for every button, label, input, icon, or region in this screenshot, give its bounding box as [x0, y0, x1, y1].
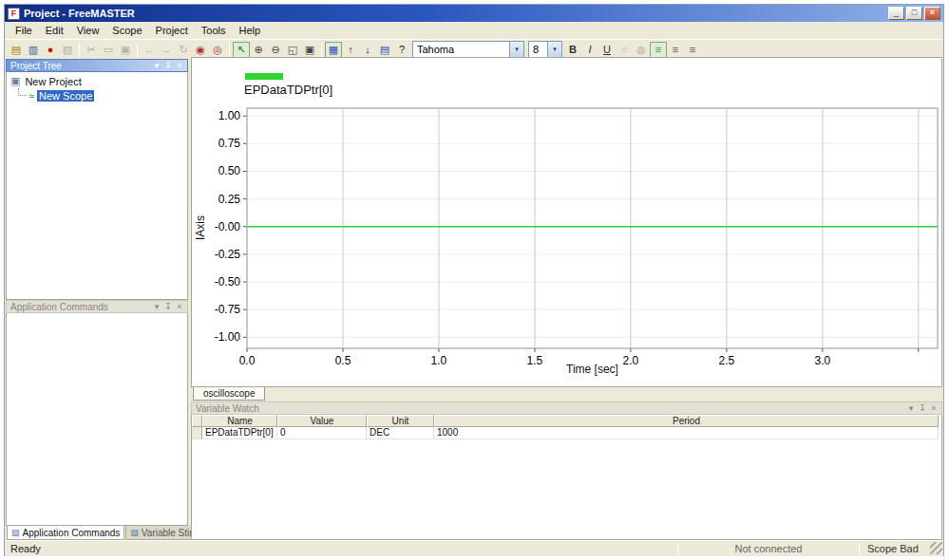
resize-grip[interactable] [930, 542, 942, 554]
back-icon: ← [141, 42, 158, 58]
tree-item-new-project[interactable]: ▣New Project [7, 74, 187, 88]
dock-tab-application-commands[interactable]: ▧Application Commands [7, 526, 124, 540]
svg-text:-0.50: -0.50 [215, 275, 241, 289]
bold-button[interactable]: B [564, 42, 581, 58]
tab-oscilloscope[interactable]: oscilloscope [193, 387, 265, 401]
maximize-button[interactable]: □ [906, 7, 922, 20]
svg-text:1.00: 1.00 [218, 109, 241, 122]
status-connection: Not connected [678, 543, 859, 554]
column-header-unit[interactable]: Unit [367, 415, 434, 427]
zoom-in-icon[interactable]: ⊕ [250, 42, 267, 58]
svg-text:0.75: 0.75 [218, 137, 241, 150]
menu-edit[interactable]: Edit [39, 23, 70, 38]
variable-watch-title: Variable Watch [196, 403, 905, 414]
zoom-fit-icon[interactable]: ◱ [284, 42, 301, 58]
chevron-down-icon[interactable]: ▾ [509, 42, 523, 57]
menu-help[interactable]: Help [233, 23, 268, 38]
scope-chart[interactable]: 1.000.750.500.25-0.00-0.25-0.50-0.75-1.0… [192, 58, 941, 386]
save-project-icon[interactable]: ▥ [25, 42, 42, 58]
tree-item-new-scope[interactable]: ≈New Scope [7, 88, 187, 103]
toolbar: ▤▥●▧✂▭▣←→↻◉◎↖⊕⊖◱▣▦↑↓▤?Tahoma▾8▾BIU○◍≡≡≡ [5, 39, 943, 59]
menu-scope[interactable]: Scope [105, 23, 148, 38]
close-icon[interactable]: × [928, 402, 940, 414]
cut-icon: ✂ [83, 42, 100, 58]
column-header-value[interactable]: Value [277, 415, 367, 427]
chevron-down-icon[interactable]: ▾ [905, 402, 917, 414]
menu-bar: FileEditViewScopeProjectToolsHelp [5, 22, 943, 39]
svg-text:-0.75: -0.75 [215, 303, 241, 316]
watch-cell-name[interactable]: EPDataTDPtr[0] [202, 427, 277, 439]
move-down-icon[interactable]: ↓ [359, 42, 376, 58]
menu-file[interactable]: File [9, 23, 39, 38]
close-icon[interactable]: × [174, 301, 185, 312]
pin-variables-icon[interactable]: ◎ [209, 42, 226, 58]
open-project-icon[interactable]: ▤ [8, 42, 25, 58]
move-up-icon[interactable]: ↑ [342, 42, 359, 58]
variable-watch-header[interactable]: Variable Watch ▾ ↧ × [191, 401, 942, 415]
left-dock-tabs: ▧Application Commands▧Variable Stimulus [6, 526, 188, 540]
watch-cell-value[interactable]: 0 [277, 427, 367, 439]
watch-cell-unit[interactable]: DEC [367, 427, 434, 439]
project-tree-header[interactable]: Project Tree ▾ ↧ × [6, 59, 188, 72]
font-combo[interactable]: Tahoma▾ [412, 41, 524, 58]
chart-title: EPDataTDPtr[0] [244, 83, 332, 97]
size-combo[interactable]: 8▾ [528, 41, 562, 58]
status-bar: Ready Not connected Scope Bad [5, 540, 943, 556]
project-tree: ▣New Project≈New Scope [6, 72, 188, 300]
toolbar-separator [229, 43, 230, 57]
column-header-name[interactable]: Name [202, 415, 277, 427]
underline-button[interactable]: U [598, 42, 616, 58]
legend-swatch [245, 73, 283, 80]
svg-text:0.25: 0.25 [218, 193, 241, 206]
size-combo-value: 8 [529, 44, 547, 55]
svg-text:-0.00: -0.00 [215, 220, 241, 233]
pin-icon[interactable]: ↧ [917, 402, 928, 414]
pin-icon[interactable]: ↧ [162, 301, 174, 312]
row-selector[interactable] [192, 427, 202, 439]
chevron-down-icon[interactable]: ▾ [151, 301, 162, 312]
context-help-icon[interactable]: ? [393, 42, 410, 58]
freemaster-window: F Project - FreeMASTER _ □ × FileEditVie… [4, 4, 944, 556]
dock-tab-label: Application Commands [23, 528, 121, 538]
scope-panel: 1.000.750.500.25-0.00-0.25-0.50-0.75-1.0… [191, 57, 942, 387]
pin-icon[interactable]: ↧ [162, 60, 174, 71]
properties-icon[interactable]: ▤ [376, 42, 393, 58]
options-icon: ▧ [59, 42, 76, 58]
variable-watch-table: NameValueUnitPeriodEPDataTDPtr[0]0DEC100… [192, 415, 941, 439]
menu-tools[interactable]: Tools [195, 23, 233, 38]
stop-communication-icon[interactable]: ● [42, 42, 59, 58]
row-selector-gutter [192, 415, 202, 427]
record-icon[interactable]: ◉ [192, 42, 209, 58]
application-commands-panel [6, 313, 188, 526]
column-header-period[interactable]: Period [434, 415, 939, 427]
chevron-down-icon[interactable]: ▾ [547, 42, 561, 57]
menu-view[interactable]: View [70, 23, 106, 38]
watch-row[interactable]: EPDataTDPtr[0]0DEC1000 [192, 427, 941, 439]
application-commands-title: Application Commands [10, 302, 151, 312]
close-button[interactable]: × [924, 7, 940, 20]
cursor-tool-icon[interactable]: ↖ [233, 42, 250, 58]
chevron-down-icon[interactable]: ▾ [151, 60, 162, 71]
watch-header-row: NameValueUnitPeriod [192, 415, 941, 427]
project-tree-title: Project Tree [10, 61, 151, 71]
refresh-icon: ↻ [175, 42, 192, 58]
svg-text:0.50: 0.50 [218, 164, 241, 177]
tree-item-label: New Project [23, 76, 83, 87]
application-commands-header[interactable]: Application Commands ▾ ↧ × [6, 300, 188, 313]
zoom-out-icon[interactable]: ⊖ [267, 42, 284, 58]
forward-icon: → [158, 42, 175, 58]
align-right-icon[interactable]: ≡ [684, 42, 701, 58]
toolbar-separator [321, 43, 322, 57]
watch-cell-period[interactable]: 1000 [434, 427, 939, 439]
grid-icon[interactable]: ▦ [325, 42, 342, 58]
window-title: Project - FreeMASTER [24, 8, 135, 19]
italic-button[interactable]: I [581, 42, 598, 58]
align-left-icon[interactable]: ≡ [650, 42, 667, 58]
close-icon[interactable]: × [174, 60, 185, 71]
align-center-icon[interactable]: ≡ [667, 42, 684, 58]
title-bar[interactable]: F Project - FreeMASTER _ □ × [5, 5, 943, 22]
copy-image-icon[interactable]: ▣ [301, 42, 318, 58]
menu-project[interactable]: Project [149, 23, 195, 38]
minimize-button[interactable]: _ [888, 7, 904, 20]
tree-item-label: New Scope [37, 90, 94, 102]
